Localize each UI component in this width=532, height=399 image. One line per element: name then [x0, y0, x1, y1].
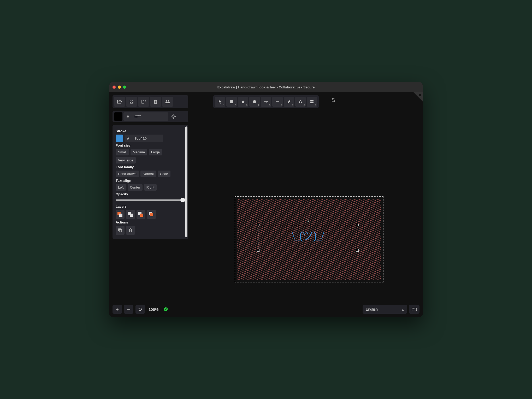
- shape-toolbar: 1 2 3 4 5 6 7 A8 9: [213, 95, 319, 108]
- layers-label: Layers: [116, 204, 185, 208]
- fontsize-large[interactable]: Large: [149, 149, 162, 155]
- textalign-label: Text align: [116, 179, 185, 183]
- svg-rect-16: [413, 309, 414, 309]
- language-select[interactable]: English ▴: [363, 305, 407, 314]
- opacity-thumb[interactable]: [180, 198, 185, 202]
- tool-draw[interactable]: 7: [284, 97, 294, 107]
- zoom-reset-button[interactable]: [135, 305, 145, 314]
- textalign-right[interactable]: Right: [144, 184, 157, 191]
- file-toolbar: [113, 95, 188, 108]
- zoom-out-button[interactable]: [124, 305, 133, 314]
- fontsize-small[interactable]: Small: [116, 149, 129, 155]
- layer-bring-to-front[interactable]: [147, 210, 156, 219]
- save-button[interactable]: [126, 97, 137, 107]
- rotate-handle[interactable]: [307, 220, 309, 222]
- svg-rect-20: [413, 310, 416, 310]
- svg-rect-5: [230, 100, 233, 103]
- background-panel: #: [113, 111, 188, 122]
- tool-text[interactable]: A8: [295, 97, 306, 107]
- collaborate-button[interactable]: [162, 97, 173, 107]
- lock-icon[interactable]: [331, 98, 335, 102]
- action-duplicate[interactable]: [116, 226, 125, 235]
- svg-rect-14: [412, 308, 417, 311]
- close-window-button[interactable]: [113, 86, 116, 89]
- svg-rect-6: [241, 100, 245, 104]
- maximize-window-button[interactable]: [123, 86, 126, 89]
- textalign-center[interactable]: Center: [128, 184, 143, 191]
- secure-shield-icon: [164, 307, 168, 312]
- action-delete[interactable]: [126, 226, 135, 235]
- fontsize-medium[interactable]: Medium: [131, 149, 147, 155]
- resize-handle-nw[interactable]: [257, 224, 259, 226]
- svg-point-7: [253, 100, 256, 103]
- zoom-level: 100%: [147, 307, 160, 312]
- svg-rect-17: [414, 309, 415, 309]
- actions-label: Actions: [116, 220, 185, 224]
- minimize-window-button[interactable]: [118, 86, 121, 89]
- svg-rect-12: [312, 102, 314, 103]
- svg-point-2: [173, 116, 174, 117]
- opacity-label: Opacity: [116, 192, 185, 196]
- fontsize-label: Font size: [116, 143, 185, 147]
- export-button[interactable]: [138, 97, 149, 107]
- settings-gear-icon[interactable]: [169, 112, 178, 121]
- panel-scrollbar[interactable]: [185, 126, 187, 237]
- canvas-bg-swatch[interactable]: [114, 112, 122, 121]
- right-bottom-bar: English ▴: [363, 305, 419, 314]
- fontfamily-label: Font family: [116, 165, 185, 169]
- canvas-bg-hex-input[interactable]: [132, 112, 168, 121]
- fontfamily-normal[interactable]: Normal: [140, 171, 156, 177]
- resize-handle-ne[interactable]: [356, 224, 359, 226]
- app-window: Excalidraw | Hand-drawn look & feel • Co…: [109, 82, 423, 317]
- stroke-hex-input[interactable]: [132, 135, 163, 142]
- stroke-label: Stroke: [116, 129, 185, 133]
- svg-rect-18: [415, 309, 415, 309]
- chevron-up-icon: ▴: [402, 307, 404, 311]
- stroke-hash: #: [125, 135, 132, 142]
- svg-rect-11: [310, 102, 312, 103]
- layer-send-to-back[interactable]: [116, 210, 125, 219]
- svg-rect-3: [119, 229, 121, 231]
- resize-handle-sw[interactable]: [257, 249, 259, 252]
- hash-label: #: [123, 112, 132, 121]
- tool-library[interactable]: 9: [307, 97, 317, 107]
- fontfamily-code[interactable]: Code: [158, 171, 170, 177]
- page-peel[interactable]: [413, 92, 423, 101]
- svg-point-0: [166, 100, 167, 102]
- tool-line[interactable]: 6: [272, 97, 283, 107]
- tool-select[interactable]: 1: [215, 97, 225, 107]
- svg-rect-10: [312, 100, 314, 101]
- svg-rect-4: [119, 229, 122, 232]
- layer-send-backward[interactable]: [126, 210, 135, 219]
- fontsize-verylarge[interactable]: Very large: [116, 157, 136, 164]
- traffic-lights: [113, 86, 126, 89]
- svg-rect-19: [416, 309, 416, 309]
- svg-rect-15: [412, 309, 413, 309]
- resize-handle-se[interactable]: [356, 249, 359, 252]
- open-button[interactable]: [114, 97, 125, 107]
- textalign-left[interactable]: Left: [116, 184, 126, 191]
- layer-bring-forward[interactable]: [137, 210, 145, 219]
- stroke-swatch[interactable]: [116, 135, 123, 142]
- svg-rect-9: [310, 100, 312, 101]
- zoom-in-button[interactable]: [113, 305, 122, 314]
- fontfamily-handdrawn[interactable]: Hand-drawn: [116, 171, 139, 177]
- properties-panel: Stroke # Font size Small Medium Large Ve…: [113, 125, 188, 239]
- tool-ellipse[interactable]: 4: [249, 97, 260, 107]
- tool-rectangle[interactable]: 2: [226, 97, 237, 107]
- opacity-slider[interactable]: [116, 198, 185, 202]
- delete-button[interactable]: [150, 97, 161, 107]
- language-label: English: [366, 307, 378, 311]
- tool-diamond[interactable]: 3: [238, 97, 248, 107]
- selection-inner[interactable]: [258, 225, 357, 250]
- tool-arrow[interactable]: 5: [261, 97, 271, 107]
- window-title: Excalidraw | Hand-drawn look & feel • Co…: [126, 85, 406, 89]
- svg-point-1: [168, 100, 169, 102]
- keyboard-shortcuts-button[interactable]: [409, 305, 419, 314]
- titlebar: Excalidraw | Hand-drawn look & feel • Co…: [109, 82, 423, 92]
- zoom-bar: 100%: [113, 305, 168, 314]
